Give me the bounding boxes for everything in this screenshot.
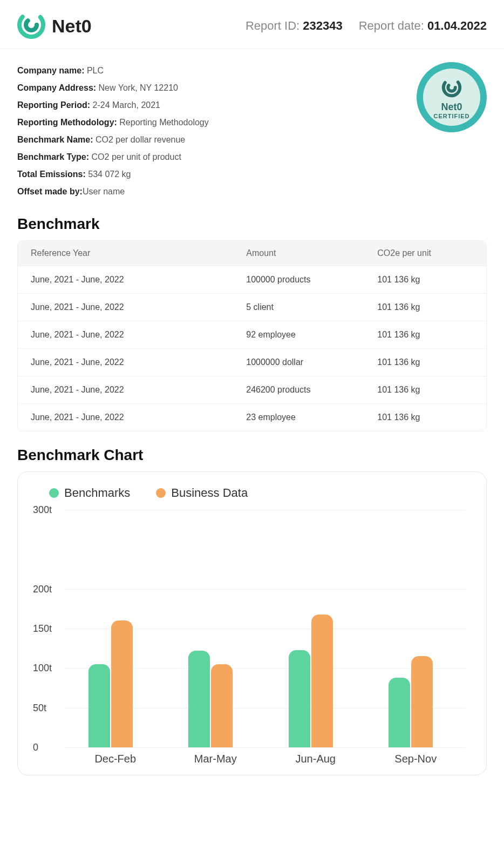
cell-co2e: 101 136 kg [364, 293, 486, 321]
bar-group [289, 615, 343, 747]
cell-reference-year: June, 2021 - June, 2022 [18, 376, 233, 403]
cell-co2e: 101 136 kg [364, 376, 486, 403]
page-header: Net0 Report ID: 232343 Report date: 01.0… [0, 0, 504, 49]
legend-item-business-data: Business Data [156, 486, 248, 500]
cell-amount: 5 client [233, 293, 364, 321]
table-row: June, 2021 - June, 20225 client101 136 k… [18, 293, 486, 321]
brand: Net0 [17, 11, 92, 41]
company-address-value: New York, NY 12210 [99, 83, 178, 92]
cell-co2e: 101 136 kg [364, 321, 486, 348]
report-date: Report date: 01.04.2022 [359, 19, 487, 33]
svg-point-3 [448, 84, 455, 91]
report-date-label: Report date: [359, 19, 424, 32]
cell-co2e: 101 136 kg [364, 266, 486, 293]
legend-label-benchmarks: Benchmarks [64, 486, 130, 500]
legend-label-business-data: Business Data [171, 486, 248, 500]
y-tick-label: 100t [33, 663, 62, 674]
badge-logo-icon [440, 76, 464, 99]
svg-point-2 [440, 76, 464, 99]
company-address-label: Company Address: [17, 83, 96, 92]
bar [311, 615, 333, 747]
y-tick-label: 200t [33, 583, 62, 595]
total-emissions-value: 534 072 kg [88, 170, 131, 179]
y-tick-label: 0 [33, 742, 62, 753]
benchmark-section-title: Benchmark [17, 215, 487, 233]
y-tick-label: 300t [33, 504, 62, 516]
bars-container [65, 510, 466, 747]
reporting-period-label: Reporting Period: [17, 100, 90, 110]
benchmark-table: Reference Year Amount CO2e per unit June… [17, 240, 487, 431]
company-name-value: PLC [87, 66, 104, 75]
table-header-reference-year: Reference Year [18, 241, 233, 266]
bar [289, 650, 310, 747]
cell-amount: 1000000 dollar [233, 348, 364, 376]
report-id-value: 232343 [303, 19, 342, 32]
benchmark-type-label: Benchmark Type: [17, 152, 89, 161]
legend-dot-icon [49, 488, 59, 498]
y-tick-label: 50t [33, 702, 62, 713]
bar-group [188, 651, 242, 747]
reporting-method-label: Reporting Methodology: [17, 118, 117, 127]
cell-reference-year: June, 2021 - June, 2022 [18, 293, 233, 321]
report-id-label: Report ID: [246, 19, 299, 32]
company-info-block: Company name: PLC Company Address: New Y… [17, 62, 487, 200]
offset-by-value: User name [83, 187, 125, 196]
bar [411, 656, 433, 747]
benchmark-name-value: CO2 per dollar revenue [96, 135, 185, 144]
brand-name: Net0 [52, 16, 92, 37]
bar [111, 620, 133, 747]
table-row: June, 2021 - June, 202292 employee101 13… [18, 321, 486, 348]
certified-badge: Net0 CERTIFIED [417, 62, 487, 132]
total-emissions-label: Total Emissions: [17, 170, 86, 179]
offset-by-label: Offset made by: [17, 187, 83, 196]
bar [211, 664, 233, 747]
bar [188, 651, 210, 747]
table-header-co2e: CO2e per unit [364, 241, 486, 266]
grid-line [65, 747, 466, 748]
x-tick-label: Jun-Aug [289, 753, 343, 765]
x-tick-label: Mar-May [188, 753, 242, 765]
bar-group [389, 656, 442, 747]
table-header-amount: Amount [233, 241, 364, 266]
header-meta: Report ID: 232343 Report date: 01.04.202… [246, 19, 487, 33]
cell-amount: 246200 products [233, 376, 364, 403]
cell-reference-year: June, 2021 - June, 2022 [18, 321, 233, 348]
cell-amount: 23 employee [233, 403, 364, 431]
cell-amount: 92 employee [233, 321, 364, 348]
chart-legend: Benchmarks Business Data [33, 483, 471, 510]
table-row: June, 2021 - June, 2022246200 products10… [18, 376, 486, 403]
bar-group [88, 620, 142, 747]
cell-reference-year: June, 2021 - June, 2022 [18, 403, 233, 431]
y-tick-label: 150t [33, 623, 62, 634]
table-row: June, 2021 - June, 20221000000 dollar101… [18, 348, 486, 376]
table-header-row: Reference Year Amount CO2e per unit [18, 241, 486, 266]
benchmark-chart: Benchmarks Business Data 050t100t150t200… [17, 471, 487, 775]
svg-point-0 [17, 11, 45, 39]
badge-brand: Net0 [441, 102, 462, 113]
cell-amount: 100000 products [233, 266, 364, 293]
report-date-value: 01.04.2022 [427, 19, 487, 32]
table-row: June, 2021 - June, 2022100000 products10… [18, 266, 486, 293]
benchmark-name-label: Benchmark Name: [17, 135, 93, 144]
bar [389, 678, 410, 747]
cell-co2e: 101 136 kg [364, 348, 486, 376]
x-tick-label: Dec-Feb [88, 753, 142, 765]
cell-reference-year: June, 2021 - June, 2022 [18, 266, 233, 293]
table-row: June, 2021 - June, 202223 employee101 13… [18, 403, 486, 431]
x-tick-label: Sep-Nov [389, 753, 442, 765]
reporting-method-value: Reporting Methodology [119, 118, 208, 127]
bar [88, 664, 110, 747]
benchmark-type-value: CO2 per unit of product [92, 152, 181, 161]
cell-co2e: 101 136 kg [364, 403, 486, 431]
chart-plot-area: 050t100t150t200t300t [65, 510, 466, 747]
cell-reference-year: June, 2021 - June, 2022 [18, 348, 233, 376]
legend-dot-icon [156, 488, 166, 498]
company-info-list: Company name: PLC Company Address: New Y… [17, 62, 209, 200]
reporting-period-value: 2-24 March, 2021 [93, 100, 160, 110]
svg-point-1 [26, 19, 37, 30]
legend-item-benchmarks: Benchmarks [49, 486, 130, 500]
brand-logo-icon [17, 11, 45, 41]
report-id: Report ID: 232343 [246, 19, 343, 33]
chart-section-title: Benchmark Chart [17, 447, 487, 464]
company-name-label: Company name: [17, 66, 84, 75]
